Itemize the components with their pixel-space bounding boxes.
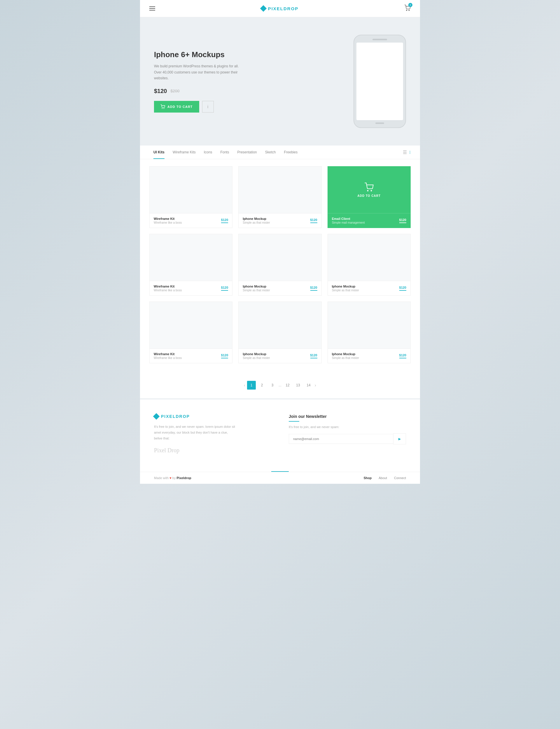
tab-fonts[interactable]: Fonts [216, 146, 233, 159]
newsletter-line [289, 421, 299, 422]
featured-cart-label: ADD TO CART [357, 194, 381, 198]
price-underline [221, 358, 228, 359]
next-page-button[interactable]: › [315, 383, 316, 387]
product-card[interactable]: Wireframe Kit Wireframe like a boss $120 [149, 302, 232, 363]
bottom-nav-about[interactable]: About [379, 476, 387, 480]
product-card[interactable]: Iphone Mockup Simple as that mister $120 [238, 166, 321, 228]
page-button-14[interactable]: 14 [304, 381, 313, 389]
prev-page-button[interactable]: ‹ [244, 383, 245, 387]
bottom-nav-connect[interactable]: Connect [394, 476, 406, 480]
hero-price: $120 $200 [154, 88, 253, 95]
newsletter-input[interactable] [289, 434, 393, 444]
info-button[interactable]: i [202, 101, 214, 113]
hero-actions: ADD TO CART i [154, 101, 253, 113]
grid-view-icon[interactable]: ⁝ [409, 150, 411, 155]
product-card[interactable]: Iphone Mockup Simple as that mister $120 [328, 234, 411, 296]
price-underline [399, 223, 406, 223]
price-underline [310, 290, 317, 291]
made-with: Made with ♥ by Pixeldrop [154, 476, 191, 480]
product-info: Email Client Simple mail management $120 [328, 213, 410, 228]
product-name: Iphone Mockup [332, 285, 359, 288]
product-image [328, 234, 410, 281]
phone-mockup [353, 35, 406, 128]
newsletter-submit-button[interactable]: ► [393, 433, 406, 444]
page-button-3[interactable]: 3 [268, 381, 277, 389]
bottom-nav: Shop About Connect [364, 476, 406, 480]
product-card[interactable]: Iphone Mockup Simple as that mister $120 [328, 302, 411, 363]
footer-desc: It's free to join, and we never spam. lo… [154, 424, 236, 441]
tabs-row: UI Kits Wireframe Kits Icons Fonts Prese… [149, 146, 411, 159]
newsletter-title: Join our Newsletter [289, 414, 406, 419]
product-price: $120 [399, 354, 406, 357]
product-card[interactable]: Iphone Mockup Simple as that mister $120 [238, 302, 321, 363]
tab-presentation[interactable]: Presentation [233, 146, 261, 159]
product-sub: Wireframe like a boss [154, 289, 182, 292]
logo-text: PIXELDROP [268, 6, 299, 11]
price-underline [399, 290, 406, 291]
cart-badge: 0 [408, 3, 412, 7]
view-icons: ☰ ⁝ [403, 150, 411, 155]
list-view-icon[interactable]: ☰ [403, 150, 407, 155]
product-price: $120 [221, 354, 228, 357]
cart-featured-icon [364, 183, 374, 192]
footer-signature: Pixel Drop [154, 447, 271, 454]
product-name: Wireframe Kit [154, 285, 182, 288]
tab-sketch[interactable]: Sketch [261, 146, 280, 159]
page-button-13[interactable]: 13 [294, 381, 302, 389]
svg-point-1 [409, 10, 409, 11]
logo-diamond [260, 5, 267, 12]
footer-left: PIXELDROP It's free to join, and we neve… [154, 414, 271, 454]
tab-freebies[interactable]: Freebies [280, 146, 302, 159]
bottom-nav-shop[interactable]: Shop [364, 476, 372, 480]
product-card[interactable]: Iphone Mockup Simple as that mister $120 [238, 234, 321, 296]
tab-ui-kits[interactable]: UI Kits [149, 146, 169, 159]
hamburger-menu[interactable] [149, 6, 155, 11]
price-current: $120 [154, 88, 167, 95]
info-icon: i [207, 104, 208, 109]
product-name: Wireframe Kit [154, 217, 182, 221]
header: PIXELDROP 0 [140, 0, 420, 17]
svg-point-0 [406, 10, 407, 11]
bottom-bar: Made with ♥ by Pixeldrop Shop About Conn… [140, 472, 420, 484]
newsletter-desc: It's free to join, and we never spam: [289, 425, 406, 429]
product-sub: Simple as that mister [243, 289, 270, 292]
products-section: Wireframe Kit Wireframe like a boss $120… [140, 159, 420, 375]
hero-section: Iphone 6+ Mockups We build premium WordP… [140, 17, 420, 146]
tab-icons[interactable]: Icons [200, 146, 216, 159]
page-button-1[interactable]: 1 [247, 381, 256, 389]
product-info: Wireframe Kit Wireframe like a boss $120 [150, 349, 232, 363]
price-underline [221, 290, 228, 291]
page-button-2[interactable]: 2 [258, 381, 266, 389]
page-button-12[interactable]: 12 [283, 381, 292, 389]
product-image [239, 234, 321, 281]
hero-desc: We build premium WordPress themes & plug… [154, 63, 253, 81]
product-price: $120 [399, 286, 406, 289]
product-sub: Simple as that mister [332, 289, 359, 292]
product-info: Iphone Mockup Simple as that mister $120 [328, 281, 410, 296]
product-price: $120 [310, 286, 317, 289]
product-info: Iphone Mockup Simple as that mister $120 [239, 213, 321, 228]
product-info: Wireframe Kit Wireframe like a boss $120 [150, 281, 232, 296]
product-name: Iphone Mockup [243, 217, 270, 221]
cart-icon[interactable]: 0 [404, 5, 411, 12]
product-image [239, 167, 321, 213]
product-card[interactable]: Wireframe Kit Wireframe like a boss $120 [149, 166, 232, 228]
page-dots: ... [279, 383, 281, 387]
product-sub: Wireframe like a boss [154, 221, 182, 224]
price-underline [310, 358, 317, 359]
hero-title: Iphone 6+ Mockups [154, 50, 253, 59]
product-image [150, 234, 232, 281]
price-old: $200 [171, 89, 180, 93]
product-name: Iphone Mockup [243, 352, 270, 356]
tab-wireframe-kits[interactable]: Wireframe Kits [169, 146, 200, 159]
product-info: Iphone Mockup Simple as that mister $120 [239, 349, 321, 363]
logo[interactable]: PIXELDROP [261, 6, 299, 11]
add-to-cart-button[interactable]: ADD TO CART [154, 101, 199, 113]
footer-logo: PIXELDROP [154, 414, 271, 419]
product-sub: Simple as that mister [243, 221, 270, 224]
product-price: $120 [310, 218, 317, 222]
product-card[interactable]: ADD TO CART Email Client Simple mail man… [328, 166, 411, 228]
footer-section: PIXELDROP It's free to join, and we neve… [140, 398, 420, 462]
product-image: ADD TO CART [328, 167, 410, 213]
product-card[interactable]: Wireframe Kit Wireframe like a boss $120 [149, 234, 232, 296]
